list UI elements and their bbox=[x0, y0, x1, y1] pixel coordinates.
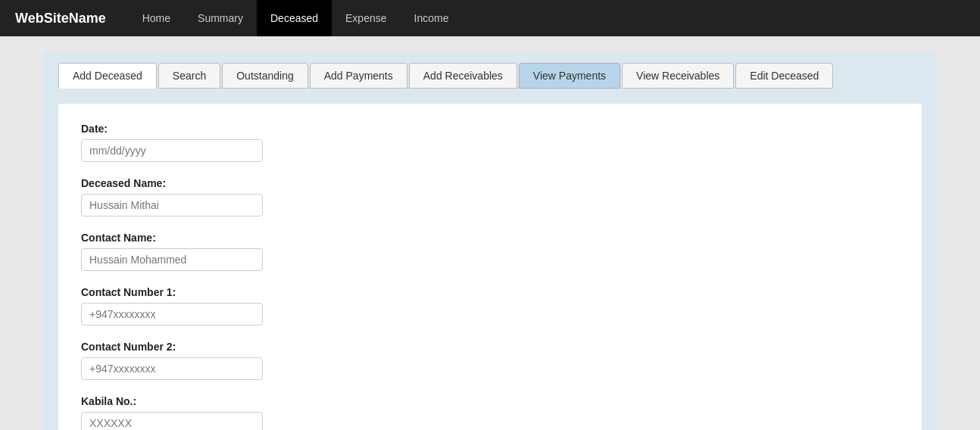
nav-link-expense[interactable]: Expense bbox=[332, 0, 400, 36]
tab-add-deceased[interactable]: Add Deceased bbox=[58, 63, 157, 89]
nav-link-summary[interactable]: Summary bbox=[184, 0, 257, 36]
form-group: Date: bbox=[81, 123, 899, 162]
form-group: Contact Number 1: bbox=[81, 286, 899, 326]
field-input-contact-number-2-[interactable] bbox=[81, 357, 263, 380]
nav-links: HomeSummaryDeceasedExpenseIncome bbox=[129, 0, 463, 36]
navbar: WebSiteName HomeSummaryDeceasedExpenseIn… bbox=[0, 0, 980, 36]
nav-link-home[interactable]: Home bbox=[129, 0, 184, 36]
tab-add-payments[interactable]: Add Payments bbox=[310, 63, 407, 89]
tab-view-receivables[interactable]: View Receivables bbox=[622, 63, 734, 89]
field-label: Contact Number 1: bbox=[81, 286, 899, 298]
tab-add-receivables[interactable]: Add Receivables bbox=[409, 63, 517, 89]
nav-link-income[interactable]: Income bbox=[401, 0, 463, 36]
form-area: Date:Deceased Name:Contact Name:Contact … bbox=[58, 104, 922, 430]
form-group: Kabila No.: bbox=[81, 395, 899, 430]
tabs-bar: Add DeceasedSearchOutstandingAdd Payment… bbox=[58, 63, 922, 89]
navbar-brand[interactable]: WebSiteName bbox=[15, 11, 106, 26]
main-container: Add DeceasedSearchOutstandingAdd Payment… bbox=[43, 51, 937, 430]
field-label: Contact Number 2: bbox=[81, 341, 899, 353]
form-group: Deceased Name: bbox=[81, 177, 899, 217]
tab-edit-deceased[interactable]: Edit Deceased bbox=[735, 63, 833, 89]
tab-outstanding[interactable]: Outstanding bbox=[222, 63, 308, 89]
field-input-deceased-name-[interactable] bbox=[81, 194, 263, 217]
field-label: Deceased Name: bbox=[81, 177, 899, 189]
form-group: Contact Name: bbox=[81, 232, 899, 271]
field-input-contact-number-1-[interactable] bbox=[81, 303, 263, 326]
form-group: Contact Number 2: bbox=[81, 341, 899, 380]
nav-link-deceased[interactable]: Deceased bbox=[257, 0, 332, 36]
tab-search[interactable]: Search bbox=[158, 63, 220, 89]
field-label: Date: bbox=[81, 123, 899, 135]
field-label: Kabila No.: bbox=[81, 395, 899, 407]
field-label: Contact Name: bbox=[81, 232, 899, 244]
field-input-contact-name-[interactable] bbox=[81, 248, 263, 271]
field-input-kabila-no-[interactable] bbox=[81, 412, 263, 430]
tab-view-payments[interactable]: View Payments bbox=[519, 63, 620, 89]
field-input-date-[interactable] bbox=[81, 139, 263, 162]
